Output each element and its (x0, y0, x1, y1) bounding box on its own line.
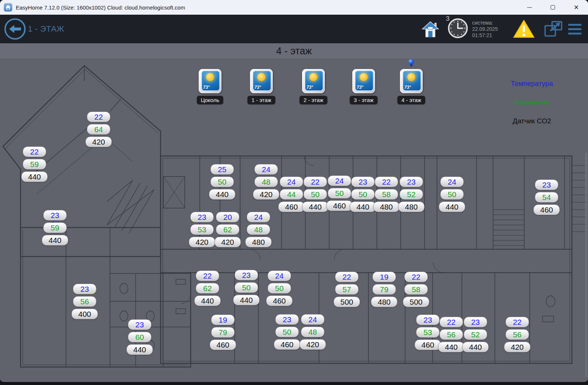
open-external-button[interactable] (544, 21, 563, 37)
sensor-group: 2448420 (298, 314, 327, 352)
sensor-humidity-pill: 79 (372, 284, 396, 295)
sensor-co2-pill: 500 (403, 297, 429, 307)
maximize-button[interactable] (541, 0, 565, 15)
sensor-humidity-pill: 53 (190, 224, 214, 235)
sensor-temperature-pill: 24 (268, 270, 291, 281)
sensor-humidity-pill: 64 (87, 124, 110, 135)
back-arrow-icon (8, 24, 22, 34)
sensor-co2-pill: 440 (42, 235, 68, 246)
nav-floor-label: 1 - ЭТАЖ (28, 24, 64, 34)
sensor-temperature-pill: 23 (190, 212, 214, 222)
home-button[interactable] (421, 20, 440, 38)
sensor-group: 2359440 (40, 210, 70, 247)
sensor-humidity-pill: 60 (128, 332, 151, 342)
sensor-co2-pill: 420 (189, 237, 215, 247)
sensor-group: 2360440 (125, 319, 154, 357)
sensor-humidity-pill: 54 (535, 192, 558, 203)
sensor-temperature-pill: 23 (235, 270, 258, 280)
sensor-group: 2257500 (332, 272, 361, 309)
sensor-humidity-pill: 53 (416, 327, 440, 338)
minimize-button[interactable] (518, 0, 541, 15)
sensor-co2-pill: 440 (209, 189, 235, 200)
sensor-co2-pill: 420 (253, 189, 279, 200)
sensor-humidity-pill: 50 (235, 282, 258, 293)
floor-label: 4 - этаж (397, 96, 425, 104)
weather-device-icon: 73° (302, 69, 325, 93)
sensor-co2-pill: 500 (334, 297, 360, 307)
sensor-temperature-pill: 22 (375, 177, 398, 187)
sensor-temperature-pill: 24 (440, 177, 464, 187)
sensor-temperature-pill: 24 (328, 175, 351, 186)
sensor-temperature-pill: 23 (535, 179, 558, 190)
floor-item[interactable]: 73°3 - этаж (342, 69, 386, 104)
system-label: система: (472, 20, 503, 26)
sensor-co2-pill: 440 (21, 171, 48, 182)
device-temp-label: 73° (254, 85, 261, 90)
sensor-co2-pill: 420 (214, 237, 241, 247)
clock-badge: 3 (446, 15, 450, 23)
menu-button[interactable] (568, 22, 581, 36)
sensor-group: 2450460 (265, 270, 294, 308)
sensor-humidity-pill: 58 (375, 189, 398, 200)
floor-item[interactable]: 73°4 - этаж (389, 69, 433, 104)
sensor-humidity-pill: 50 (328, 188, 351, 199)
sensor-humidity-pill: 52 (464, 329, 487, 340)
sensor-group: 2550440 (207, 164, 237, 201)
sensor-co2-pill: 440 (439, 201, 465, 212)
clock-icon (447, 18, 468, 39)
page-header: 4 - этаж (0, 43, 588, 59)
sensor-co2-pill: 480 (245, 237, 272, 247)
sensor-co2-pill: 440 (233, 295, 260, 305)
floor-item[interactable]: 73°Цоколь (188, 69, 232, 104)
sensor-co2-pill: 460 (533, 204, 560, 215)
sun-icon (257, 73, 265, 81)
sensor-temperature-pill: 19 (372, 272, 396, 282)
sensor-co2-pill: 480 (373, 201, 400, 212)
sensor-group: 2256420 (503, 317, 532, 354)
maximize-icon (551, 5, 555, 10)
sun-icon (206, 73, 214, 81)
window-controls: ✕ (518, 0, 588, 15)
close-button[interactable]: ✕ (565, 0, 588, 15)
sensor-co2-pill: 400 (71, 309, 98, 319)
floor-item[interactable]: 73°1 - этаж (239, 69, 283, 104)
menu-icon (568, 24, 581, 26)
alerts-button[interactable] (512, 19, 535, 39)
sensor-group: 2352440 (461, 317, 490, 354)
sun-icon (309, 73, 317, 81)
sensor-humidity-pill: 58 (404, 284, 428, 295)
sensor-temperature-pill: 23 (464, 317, 487, 327)
sensor-temperature-pill: 23 (128, 319, 151, 330)
navbar: 1 - ЭТАЖ 3 (0, 15, 588, 43)
back-button[interactable] (4, 18, 26, 40)
weather-device-icon: 73° (400, 69, 423, 93)
floor-label: Цоколь (197, 96, 224, 104)
sensor-temperature-pill: 24 (280, 177, 303, 187)
current-floor-pin-icon (408, 59, 414, 67)
clock-widget[interactable]: 3 (447, 18, 468, 40)
floor-item[interactable]: 73°2 - этаж (291, 69, 335, 104)
system-time: 01:57:21 (472, 32, 503, 39)
device-temp-label: 73° (203, 85, 210, 90)
sensor-co2-pill: 480 (371, 297, 397, 307)
sun-icon (360, 73, 368, 81)
sensor-co2-pill: 420 (299, 339, 326, 350)
sensor-group: 2350440 (232, 270, 261, 307)
sensor-co2-pill: 440 (462, 342, 489, 352)
sensor-co2-pill: 460 (274, 339, 300, 350)
sensor-temperature-pill: 23 (73, 284, 96, 294)
sensor-group: 2353420 (187, 212, 217, 249)
sensor-humidity-pill: 50 (351, 189, 375, 200)
legend: ТемператураВлажностьДатчик CO2 (504, 80, 559, 136)
scrollbar[interactable] (585, 153, 587, 377)
sensor-group: 2350460 (272, 314, 302, 352)
sensor-temperature-pill: 25 (210, 164, 234, 175)
sensor-humidity-pill: 50 (210, 177, 234, 187)
window-titlebar: EasyHome 7.12.0 (Size: 1600x1002) Cloud:… (0, 0, 588, 15)
sensor-temperature-pill: 22 (404, 272, 428, 282)
sensor-temperature-pill: 22 (196, 270, 219, 281)
sensor-humidity-pill: 56 (440, 329, 463, 340)
sensor-group: 2262440 (193, 270, 222, 308)
sensor-temperature-pill: 23 (275, 314, 299, 325)
sensor-temperature-pill: 23 (400, 177, 423, 187)
